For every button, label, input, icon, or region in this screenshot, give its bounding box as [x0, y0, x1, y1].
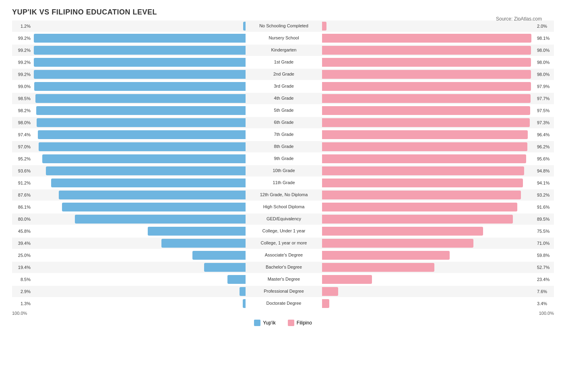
left-value-label: 97.0%: [12, 144, 32, 149]
right-bar-container: [322, 287, 535, 296]
right-value-label: 94.8%: [535, 168, 556, 173]
bar-blue: [204, 263, 246, 272]
left-bar-container: [32, 275, 246, 284]
right-value-label: 3.4%: [535, 301, 556, 306]
right-bar-container: [322, 130, 535, 139]
table-row: 95.2% 9th Grade 95.6%: [12, 153, 554, 164]
left-bar-container: [32, 22, 246, 31]
center-label: Bachelor's Degree: [246, 265, 322, 270]
center-label: Doctorate Degree: [246, 301, 322, 306]
right-value-label: 59.8%: [535, 253, 556, 258]
right-value-label: 23.4%: [535, 277, 556, 282]
center-label: Associate's Degree: [246, 252, 322, 258]
table-row: 99.2% Kindergarten 98.0%: [12, 45, 554, 56]
left-bar-container: [32, 263, 246, 272]
left-bar-container: [32, 239, 246, 248]
center-label: 6th Grade: [246, 120, 322, 125]
bar-pink: [322, 191, 521, 199]
table-row: 91.2% 11th Grade 94.1%: [12, 177, 554, 189]
center-label: 8th Grade: [246, 144, 322, 149]
right-value-label: 95.6%: [535, 156, 556, 161]
center-label: High School Diploma: [246, 204, 322, 209]
center-label: 4th Grade: [246, 96, 322, 101]
legend: Yup'ik Filipino: [12, 320, 554, 326]
left-value-label: 8.5%: [12, 277, 32, 282]
axis-right: 100.0%: [539, 311, 554, 316]
left-bar-container: [32, 215, 246, 224]
bar-blue: [42, 154, 246, 163]
bar-pink: [322, 130, 528, 139]
left-value-label: 25.0%: [12, 253, 32, 258]
center-label: Master's Degree: [246, 277, 322, 282]
left-value-label: 98.0%: [12, 120, 32, 125]
center-label: College, 1 year or more: [246, 240, 322, 246]
bar-pink: [322, 94, 531, 103]
right-value-label: 96.2%: [535, 144, 556, 149]
table-row: 99.2% Nursery School 98.1%: [12, 33, 554, 44]
legend-pink-label: Filipino: [297, 320, 312, 326]
table-row: 98.0% 6th Grade 97.3%: [12, 117, 554, 128]
bar-pink: [322, 251, 450, 260]
left-bar-container: [32, 299, 246, 308]
legend-pink-color: [288, 320, 294, 326]
center-label: 1st Grade: [246, 60, 322, 65]
bar-blue: [39, 142, 246, 151]
left-value-label: 2.9%: [12, 289, 32, 294]
table-row: 2.9% Professional Degree 7.6%: [12, 286, 554, 297]
center-label: 2nd Grade: [246, 72, 322, 77]
legend-blue-color: [254, 320, 260, 326]
bar-blue: [240, 287, 246, 296]
left-bar-container: [32, 46, 246, 55]
right-value-label: 96.4%: [535, 132, 556, 137]
right-value-label: 98.0%: [535, 72, 556, 77]
table-row: 87.6% 12th Grade, No Diploma 93.2%: [12, 189, 554, 201]
bar-pink: [322, 287, 338, 296]
right-value-label: 97.3%: [535, 120, 556, 125]
right-value-label: 94.1%: [535, 181, 556, 185]
left-value-label: 45.8%: [12, 229, 32, 234]
left-value-label: 98.2%: [12, 108, 32, 113]
right-bar-container: [322, 203, 535, 211]
right-value-label: 75.5%: [535, 229, 556, 234]
table-row: 99.2% 2nd Grade 98.0%: [12, 69, 554, 80]
chart-title: YUP'IK VS FILIPINO EDUCATION LEVEL: [12, 8, 554, 16]
right-bar-container: [322, 227, 535, 236]
right-value-label: 98.0%: [535, 60, 556, 65]
right-bar-container: [322, 106, 535, 115]
left-value-label: 1.2%: [12, 24, 32, 29]
bar-blue: [35, 94, 246, 103]
table-row: 98.2% 5th Grade 97.5%: [12, 105, 554, 116]
right-bar-container: [322, 251, 535, 260]
left-bar-container: [32, 191, 246, 199]
table-row: 99.2% 1st Grade 98.0%: [12, 57, 554, 68]
right-value-label: 2.0%: [535, 24, 556, 29]
bar-blue: [192, 251, 246, 260]
legend-blue: Yup'ik: [254, 320, 276, 326]
table-row: 99.0% 3rd Grade 97.9%: [12, 81, 554, 92]
right-bar-container: [322, 263, 535, 272]
bar-pink: [322, 215, 513, 224]
table-row: 8.5% Master's Degree 23.4%: [12, 274, 554, 285]
bar-pink: [322, 166, 524, 175]
right-bar-container: [322, 46, 535, 55]
bar-pink: [322, 263, 434, 272]
axis-left: 100.0%: [12, 311, 27, 316]
center-label: Professional Degree: [246, 289, 322, 294]
left-bar-container: [32, 203, 246, 211]
left-bar-container: [32, 251, 246, 260]
center-label: 5th Grade: [246, 108, 322, 113]
left-value-label: 99.2%: [12, 48, 32, 53]
bar-blue: [46, 166, 246, 175]
bar-pink: [322, 227, 483, 236]
right-bar-container: [322, 179, 535, 187]
left-bar-container: [32, 287, 246, 296]
right-value-label: 71.0%: [535, 241, 556, 246]
right-bar-container: [322, 82, 535, 91]
center-label: 10th Grade: [246, 168, 322, 173]
bar-blue: [37, 118, 246, 127]
bar-pink: [322, 34, 531, 43]
center-label: Kindergarten: [246, 47, 322, 53]
bar-blue: [59, 191, 246, 199]
left-value-label: 95.2%: [12, 156, 32, 161]
bar-pink: [322, 239, 473, 248]
